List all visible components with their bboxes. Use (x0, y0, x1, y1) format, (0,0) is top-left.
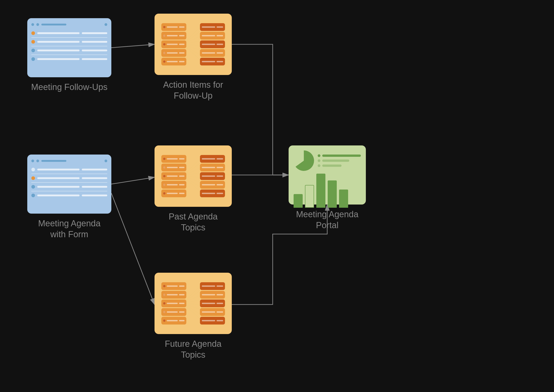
future-agenda-label: Future AgendaTopics (154, 339, 232, 360)
meeting-agenda-portal-node (289, 146, 366, 204)
meeting-agenda-form-node (27, 154, 111, 214)
past-agenda-node (154, 146, 232, 207)
meeting-agenda-portal-label: Meeting AgendaPortal (289, 209, 366, 231)
svg-line-2 (111, 193, 154, 305)
diagram: Meeting Follow-Ups (0, 0, 554, 392)
meeting-followups-label: Meeting Follow-Ups (27, 82, 111, 93)
meeting-followups-node (27, 18, 111, 77)
future-agenda-node (154, 273, 232, 334)
past-agenda-label: Past AgendaTopics (154, 211, 232, 233)
action-items-node (154, 14, 232, 75)
action-items-label: Action Items forFollow-Up (154, 80, 232, 101)
svg-line-0 (111, 44, 154, 48)
meeting-agenda-form-label: Meeting Agendawith Form (27, 218, 111, 240)
pie-chart-icon (294, 150, 314, 171)
svg-line-1 (111, 177, 154, 184)
